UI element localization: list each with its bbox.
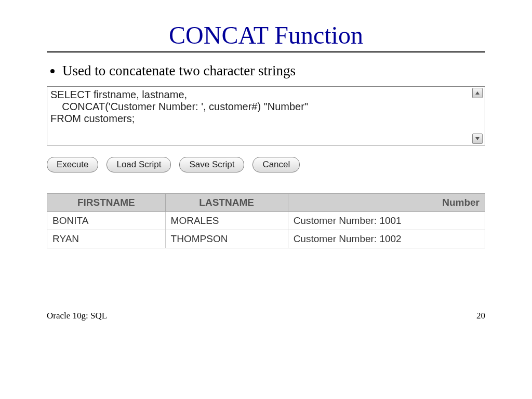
- title-divider: [47, 51, 485, 52]
- col-lastname: LASTNAME: [165, 194, 288, 212]
- cancel-button[interactable]: Cancel: [252, 157, 300, 172]
- sql-textarea[interactable]: SELECT firstname, lastname, CONCAT('Cust…: [47, 86, 485, 145]
- sql-text: SELECT firstname, lastname, CONCAT('Cust…: [47, 87, 471, 145]
- table-row: RYAN THOMPSON Customer Number: 1002: [47, 230, 485, 248]
- footer-left: Oracle 10g: SQL: [47, 311, 107, 321]
- execute-button[interactable]: Execute: [47, 157, 98, 172]
- cell-lastname: THOMPSON: [165, 230, 288, 248]
- col-number: Number: [288, 194, 485, 212]
- results-table: FIRSTNAME LASTNAME Number BONITA MORALES…: [47, 193, 485, 248]
- cell-number: Customer Number: 1002: [288, 230, 485, 248]
- table-row: BONITA MORALES Customer Number: 1001: [47, 212, 485, 230]
- slide-footer: Oracle 10g: SQL 20: [47, 311, 485, 321]
- bullet-point: Used to concatenate two character string…: [62, 63, 485, 79]
- scroll-down-icon[interactable]: [472, 134, 483, 144]
- svg-marker-1: [475, 137, 480, 140]
- svg-marker-0: [475, 91, 480, 95]
- col-firstname: FIRSTNAME: [47, 194, 166, 212]
- scroll-up-icon[interactable]: [472, 88, 483, 98]
- slide-title: CONCAT Function: [47, 21, 485, 49]
- load-script-button[interactable]: Load Script: [107, 157, 171, 172]
- cell-number: Customer Number: 1001: [288, 212, 485, 230]
- cell-lastname: MORALES: [165, 212, 288, 230]
- save-script-button[interactable]: Save Script: [179, 157, 244, 172]
- table-header-row: FIRSTNAME LASTNAME Number: [47, 194, 485, 212]
- cell-firstname: BONITA: [47, 212, 166, 230]
- cell-firstname: RYAN: [47, 230, 166, 248]
- button-row: Execute Load Script Save Script Cancel: [47, 157, 485, 172]
- footer-page-number: 20: [476, 311, 485, 321]
- scrollbar[interactable]: [471, 87, 485, 145]
